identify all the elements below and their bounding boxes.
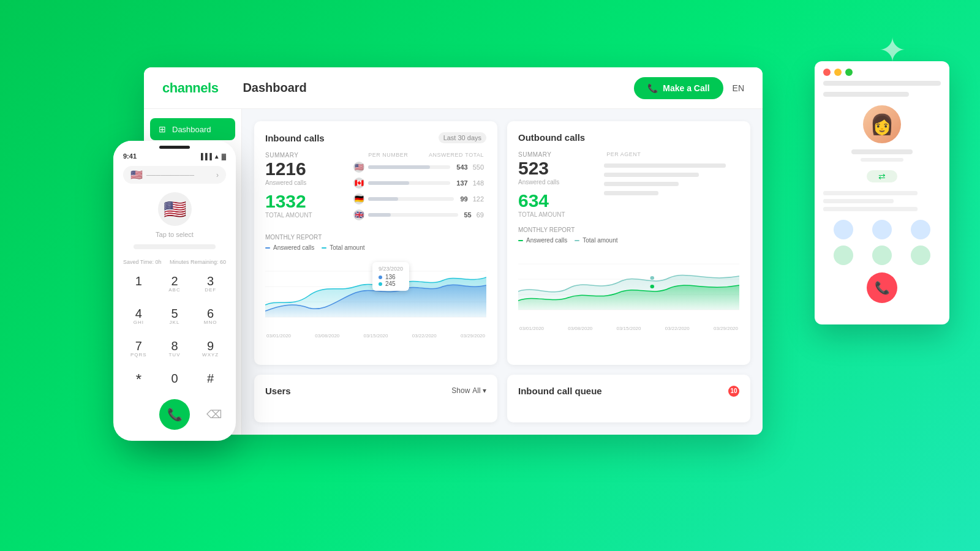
show-all-btn[interactable]: Show All ▾ [451, 386, 486, 395]
dial-key-star[interactable]: * [123, 367, 154, 392]
info-bar-2 [823, 199, 894, 203]
dial-key-7[interactable]: 7 PQRS [123, 335, 154, 362]
dial-key-hash[interactable]: # [195, 367, 226, 392]
flag-ca: 🇨🇦 [353, 178, 364, 189]
popup-sub-bar [861, 158, 903, 162]
outbound-answered-sub: Answered calls [518, 179, 586, 186]
svg-point-9 [650, 285, 655, 288]
inbound-title: Inbound calls [265, 133, 325, 143]
out-x-label-4: 03/22/2020 [665, 326, 690, 331]
dial-key-0[interactable]: 0 [159, 367, 190, 392]
inbound-summary: SUMMARY 1216 Answered calls 1332 TOTAL A… [265, 152, 333, 225]
inbound-per-number: PER NUMBER ANSWERED TOTAL 🇺🇸 543 550 🇨🇦 [351, 152, 486, 225]
dial-key-6[interactable]: 6 MNO [195, 302, 226, 330]
flag-us: 🇺🇸 [353, 162, 364, 173]
language-selector[interactable]: EN [733, 83, 744, 93]
phone-input-bar [134, 244, 216, 249]
outbound-card-header: Outbound calls [518, 132, 739, 143]
popup-name-bar [851, 149, 913, 154]
outbound-total-sub: TOTAL AMOUNT [518, 211, 586, 218]
popup-dot-3[interactable] [911, 220, 930, 239]
legend-answered-label: Answered calls [273, 244, 314, 251]
tooltip-date: 9/23/2020 [379, 266, 403, 272]
tooltip-total-row: 245 [379, 280, 403, 287]
flag-gb: 🇬🇧 [353, 209, 364, 220]
dashboard-icon: ⊞ [159, 124, 166, 134]
tooltip-dot-total [379, 282, 382, 286]
x-label-1: 03/01/2020 [266, 333, 291, 339]
popup-info-rows [815, 191, 949, 211]
val-gb-total: 69 [477, 211, 484, 219]
legend-dot-answered [265, 247, 270, 249]
tooltip-answered-row: 136 [379, 274, 403, 280]
call-button[interactable]: 📞 [159, 399, 189, 430]
total-col: TOTAL [459, 152, 484, 158]
end-call-button[interactable]: 📞 [867, 272, 897, 303]
phone-time: 9:41 [123, 152, 137, 160]
dial-key-5[interactable]: 5 JKL [159, 302, 190, 330]
sidebar-item-dashboard[interactable]: ⊞ Dashboard [150, 118, 235, 140]
popup-header-bar [815, 81, 949, 92]
phone-bar: ────────── [146, 171, 194, 179]
legend-total: Total amount [322, 244, 364, 251]
dial-key-4[interactable]: 4 GHI [123, 302, 154, 330]
popup-dot-1[interactable] [834, 220, 853, 239]
table-row: 🇩🇪 99 122 [351, 193, 486, 204]
close-traffic-light[interactable] [823, 69, 831, 76]
out-legend-dot-total [575, 240, 579, 241]
inbound-stats-row: SUMMARY 1216 Answered calls 1332 TOTAL A… [265, 152, 486, 225]
total-count: 1332 [265, 192, 333, 211]
dashboard-window: channels Dashboard 📞 Make a Call EN ⊞ Da… [144, 67, 763, 435]
all-label[interactable]: All ▾ [472, 386, 486, 395]
dial-key-3[interactable]: 3 DEF [195, 270, 226, 298]
signal-icon: ▐▐▐ [199, 153, 212, 160]
outbound-summary: SUMMARY 523 Answered calls 634 TOTAL AMO… [518, 151, 586, 218]
popup-dot-2[interactable] [872, 220, 892, 239]
outbound-title: Outbound calls [518, 132, 585, 143]
dialpad-grid: 1 2 ABC 3 DEF 4 GHI 5 JKL 6 MNO [123, 270, 226, 392]
tooltip-dot-answered [379, 276, 382, 279]
popup-dot-4[interactable] [834, 246, 853, 265]
legend-dot-total [322, 247, 326, 249]
popup-dot-6[interactable] [911, 246, 930, 265]
dial-key-1[interactable]: 1 [123, 270, 154, 298]
phone-flag-row[interactable]: 🇺🇸 ────────── › [123, 166, 226, 184]
dial-key-8[interactable]: 8 TUV [159, 335, 190, 362]
popup-url-bar [823, 81, 941, 86]
backspace-button[interactable]: ⌫ [202, 402, 226, 427]
agent-bar-1 [604, 163, 726, 168]
queue-header: Inbound call queue 10 [518, 386, 739, 397]
phone-flag: 🇺🇸 [130, 169, 143, 181]
popup-window: 👩 ⇄ 📞 [815, 61, 949, 324]
popup-nav-bar [823, 92, 909, 97]
make-call-button[interactable]: 📞 Make a Call [634, 77, 723, 99]
outbound-per-agent: PER AGENT [604, 151, 739, 218]
status-icons: ▐▐▐ ▲ ▓ [199, 153, 226, 160]
info-bar-1 [823, 191, 918, 195]
user-avatar: 👩 [863, 105, 901, 143]
queue-title: Inbound call queue [518, 386, 602, 396]
out-x-label-5: 03/29/2020 [714, 326, 738, 331]
trial-row: Saved Time: 0h Minutes Remaining: 60 [123, 259, 226, 265]
dial-key-9[interactable]: 9 WXYZ [195, 335, 226, 362]
legend-total-label: Total amount [330, 244, 364, 251]
outbound-stats-row: SUMMARY 523 Answered calls 634 TOTAL AMO… [518, 151, 739, 218]
link-icon-btn[interactable]: ⇄ [867, 170, 897, 182]
answered-count: 1216 [265, 160, 333, 178]
dial-key-2[interactable]: 2 ABC [159, 270, 190, 298]
popup-dot-5[interactable] [872, 246, 892, 265]
inbound-monthly-label: MONTHLY REPORT [265, 234, 486, 241]
outbound-chart-container [518, 249, 739, 324]
per-number-col: PER NUMBER [368, 152, 429, 158]
val-de-answered: 99 [460, 195, 467, 203]
val-ca-answered: 137 [456, 179, 467, 187]
minimize-traffic-light[interactable] [834, 69, 842, 76]
call-actions: 📞 ⌫ [123, 399, 226, 430]
val-us-total: 550 [473, 163, 484, 171]
inbound-badge: Last 30 days [439, 132, 486, 143]
show-label: Show [451, 386, 470, 395]
maximize-traffic-light[interactable] [845, 69, 853, 76]
inbound-chart-container: 9/23/2020 136 245 [265, 256, 486, 332]
agent-bar-4 [604, 191, 658, 195]
battery-icon: ▓ [222, 153, 226, 160]
